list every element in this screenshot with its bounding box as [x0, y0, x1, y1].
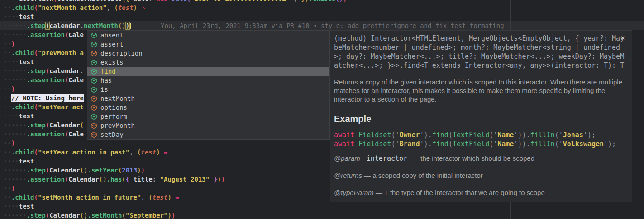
code-token: .assertion [27, 176, 65, 183]
code-token: .exists [309, 0, 335, 2]
code-token: fillIn [530, 140, 555, 148]
code-token: ) [172, 212, 175, 219]
code-token: . [428, 131, 432, 139]
suggest-item-label: exists [100, 59, 124, 66]
code-token: ( [34, 149, 38, 156]
whitespace-dots: ···· [4, 0, 19, 2]
suggest-item-nextMonth[interactable]: nextMonth [87, 94, 329, 103]
method-cube-icon [91, 131, 97, 138]
suggest-item-description[interactable]: description [87, 49, 329, 58]
suggest-item-label: absent [100, 32, 124, 39]
code-token: (' [489, 131, 497, 139]
code-token: ')) [514, 131, 526, 139]
code-token: ( [122, 212, 125, 219]
code-token: Fieldset [358, 140, 391, 148]
suggest-item-prevMonth[interactable]: prevMonth [87, 121, 329, 130]
suggest-item-label: is [100, 86, 108, 93]
code-token: ( [34, 4, 38, 11]
code-token: "August 2013" [160, 176, 210, 183]
code-token: ') [420, 140, 428, 148]
whitespace-dots: ·· [4, 85, 11, 93]
whitespace-dots: ······ [4, 130, 27, 138]
code-token: ) [11, 85, 15, 93]
code-token: ( [46, 121, 49, 129]
code-token: .assertion [27, 130, 65, 138]
suggest-item-assert[interactable]: assert [87, 40, 329, 49]
hover-docs-panel: × (method) Interactor<HTMLElement, Merge… [330, 30, 632, 202]
code-token: await [334, 140, 358, 148]
code-line[interactable]: ····test [0, 202, 644, 211]
jsdoc-tag-line: @paraminteractor— the interactor which s… [334, 154, 627, 163]
code-token: . [80, 67, 84, 75]
method-cube-icon [91, 77, 97, 84]
whitespace-dots: ·· [4, 40, 11, 47]
suggest-item-setDay[interactable]: setDay [87, 130, 329, 139]
code-token: .step [27, 67, 46, 75]
code-token: calendar [49, 67, 80, 75]
whitespace-dots: ······ [4, 76, 27, 84]
code-line[interactable]: ····test [0, 12, 644, 21]
close-icon[interactable]: × [619, 34, 627, 42]
code-token: ) [290, 0, 301, 2]
code-token: Cale [68, 31, 84, 38]
code-token: assertion [19, 0, 53, 2]
whitespace-dots: ···· [4, 112, 19, 120]
method-cube-icon [91, 59, 97, 66]
code-token: ( [448, 140, 453, 148]
suggest-item-find[interactable]: find [87, 67, 329, 76]
suggest-item-perform[interactable]: perform [87, 112, 329, 121]
code-line[interactable]: ······.step(Calendar().setMonth("Septemb… [0, 211, 644, 219]
code-token: test [141, 149, 156, 156]
suggest-item-absent[interactable]: absent [87, 31, 329, 40]
suggest-list: absentassertdescriptionexistsfindhasisne… [87, 31, 329, 139]
code-token: test [118, 4, 134, 11]
code-token: "September" [126, 212, 168, 219]
suggest-item-is[interactable]: is [87, 85, 329, 94]
code-token: .has [107, 176, 122, 183]
code-token: '); [583, 131, 596, 139]
code-token: .setMonth [87, 212, 122, 219]
method-cube-icon [91, 50, 97, 57]
code-token: .setYear [87, 167, 118, 174]
suggest-item-label: find [100, 68, 116, 75]
code-token: find [432, 140, 448, 148]
code-token: Calendar [49, 212, 80, 219]
code-token: Calendar [68, 176, 99, 183]
code-line[interactable]: ··.child("nextMonth action", (test) ⇒ [0, 3, 644, 12]
jsdoc-tag-name: @typeParam [334, 189, 374, 196]
suggest-item-options[interactable]: options [87, 103, 329, 112]
whitespace-dots: ·· [4, 185, 11, 192]
code-token: (' [489, 140, 497, 148]
method-cube-icon [91, 68, 97, 75]
code-token: ⇒ [164, 149, 167, 156]
code-token: ( [34, 194, 38, 201]
code-token: TextField [453, 140, 489, 148]
whitespace-dots: ·· [4, 103, 11, 111]
code-token: test [153, 194, 168, 201]
code-token: "prevMonth a [38, 49, 84, 56]
suggest-item-has[interactable]: has [87, 76, 329, 85]
code-token: () [80, 167, 88, 174]
example-code-line: await Fieldset('Brand').find(TextField('… [334, 140, 627, 149]
code-token: Name [497, 140, 514, 148]
method-cube-icon [91, 95, 97, 102]
whitespace-dots: ······ [4, 212, 27, 219]
suggest-item-exists[interactable]: exists [87, 58, 329, 67]
suggest-item-label: setDay [100, 131, 124, 138]
jsdoc-tag-name: @returns [334, 172, 362, 179]
code-line[interactable]: ····assertion(calendarWithUtils({ date: … [0, 0, 644, 3]
code-line-current[interactable]: ······.step(calendar.nextMonth())You, Ap… [0, 21, 644, 30]
code-token: find [432, 131, 448, 139]
suggest-item-label: options [100, 104, 127, 111]
code-token: Jonas [563, 131, 583, 139]
code-token: : [153, 176, 160, 183]
code-token: ( [46, 167, 49, 174]
code-token: .step [27, 121, 46, 129]
whitespace-dots: ·· [4, 49, 11, 56]
code-token: . [80, 22, 84, 29]
code-token: () [99, 176, 107, 183]
code-token: "nextMonth action" [38, 4, 107, 11]
code-token: '2017-03-16T06:00:00.000Z' [191, 0, 290, 2]
code-token: . [526, 131, 530, 139]
code-token: calendarWithUtils [57, 0, 122, 2]
